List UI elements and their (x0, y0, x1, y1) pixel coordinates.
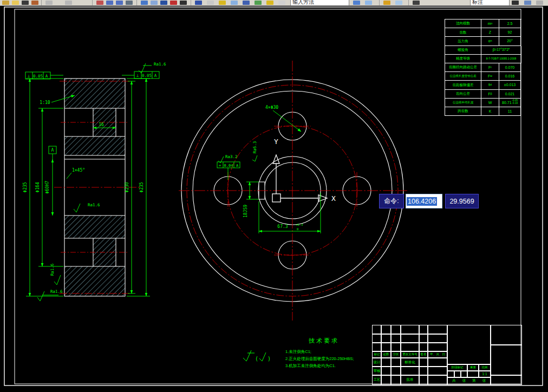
ucs-icon (272, 155, 327, 202)
param-label: 跨齿数 (445, 107, 481, 116)
param-symbol: W (481, 99, 499, 107)
dim-pitch-diameter: Φ230 (125, 182, 129, 192)
dim-keyway-depth-sub: 0 (297, 227, 298, 231)
dim-web-thickness: 16 (99, 122, 104, 127)
param-symbol: Fw (481, 72, 499, 81)
gtol-left-value: 0.05 (33, 74, 43, 79)
table-row: 公法线长度变动公差 Fw 0.016 (445, 72, 521, 81)
front-centerlines (179, 61, 407, 321)
drawing-number-cell (490, 325, 522, 345)
param-symbol: Fβ (481, 90, 499, 99)
drawing-name-cell (447, 325, 491, 365)
datum-a-label: A (51, 148, 54, 153)
param-label: 压力角 (445, 37, 481, 45)
table-row: 公法线平均长度 W 80.71 -0.05-0.19 (445, 99, 521, 107)
param-value: 11 (499, 107, 521, 116)
param-symbol: Z (481, 28, 499, 37)
param-label: 法向模数 (445, 19, 481, 28)
table-row: 螺旋角 β=17°37′2″ (445, 46, 521, 55)
dim-holes: 4×Φ30 (265, 105, 278, 110)
tech-req-item: 3.机加工未注倒角处均为C1. (285, 362, 383, 369)
dim-keyway-depth-sup: +0.3 (296, 223, 303, 226)
dim-keyway-width: 18JS9 (243, 205, 248, 218)
table-row: 压力角 αn 20° (445, 37, 521, 45)
param-value: 20° (499, 37, 521, 45)
param-value: 0.070 (499, 63, 521, 72)
ra-face-label: Ra1.6 (50, 289, 63, 294)
param-value: 80.71 -0.05-0.19 (499, 99, 521, 107)
gear-parameter-table[interactable]: 法向模数 mn 2.5 齿数 Z 92 压力角 αn 20° 螺旋角 β=17°… (445, 19, 521, 116)
param-label: 精度等级 (445, 55, 481, 63)
param-label: 螺旋角 (445, 46, 481, 55)
command-y-value: 29.9569 (445, 194, 479, 208)
dim-bore-diameter: Φ60H7 (45, 181, 50, 194)
param-label: 齿向公差 (445, 90, 481, 99)
gtol-front-datum: A (236, 164, 239, 168)
dim-tip-diameter: Φ235 (23, 182, 28, 192)
dim-keyway-depth: 67.3 (277, 224, 288, 229)
dim-rim-diameter: Φ164 (35, 182, 40, 192)
param-label: 齿距极限偏差 (445, 81, 481, 89)
param-symbol: mn (481, 19, 499, 28)
gtol-front-symbol: = (219, 164, 221, 168)
gtol-left-datum: A (45, 74, 48, 79)
ucs-x-label: X (331, 194, 336, 202)
svg-text:(: ( (255, 356, 258, 362)
param-value: 2.5 (499, 19, 521, 28)
param-symbol: Fr (481, 63, 499, 72)
gtol-front-value: 0.04 (224, 164, 233, 168)
role-approve: 批准 (400, 375, 420, 385)
param-value: 92 (499, 28, 521, 37)
param-value: 0.016 (499, 72, 521, 81)
dim-tip-diameter-right: Φ235 (139, 182, 144, 192)
gtol-right-datum: A (154, 73, 157, 78)
table-row: 齿数 Z 92 (445, 28, 521, 37)
chamfer-label: 1×45° (72, 168, 85, 173)
side-view[interactable]: Φ235 Φ164 Φ60H7 A Φ230 Φ235 16 1:10 1×45… (23, 62, 166, 301)
command-prompt-label: 命令: (379, 194, 404, 208)
ra-bore-label: Ra1.6 (88, 202, 100, 207)
table-row: 跨齿数 K 11 (445, 107, 521, 116)
table-row: 齿距极限偏差 fpt ±0.013 (445, 81, 521, 89)
param-symbol: αn (481, 37, 499, 45)
ra-keyway-side: Ra6.3 (252, 141, 257, 154)
command-x-value: 106.4206 (407, 197, 437, 206)
table-row: 精度等级 8-7-7GB/T 10095.1-2008 (445, 55, 521, 63)
gtol-right-value: 0.05 (142, 73, 152, 78)
tech-req-title: 技术要求 (297, 337, 351, 345)
title-block: 标记 处数 分区 更改文件号 签名 年、月、日 设计 标准化 审核 工艺 批准 … (372, 325, 521, 384)
gtol-left-symbol: ⊥ (28, 74, 30, 79)
command-overlay: 命令: 106.4206 29.9569 (379, 194, 479, 208)
tech-req-item: 2.正火处理后齿面硬度为220-250HBS; (285, 355, 383, 362)
param-label: 公法线平均长度 (445, 99, 481, 107)
rest-mark-parens: (√) () (255, 356, 271, 362)
param-label: 齿数 (445, 28, 481, 37)
param-label: 公法线长度变动公差 (445, 72, 481, 81)
ra-flank-label: Ra1.6 (154, 62, 166, 67)
cad-application-window: { "toolbar": { "style_combo": "输入方法", "d… (0, 0, 548, 392)
tech-req-item: 1.未注倒角C1; (285, 348, 383, 355)
param-value: β=17°37′2″ (481, 46, 521, 55)
param-symbol: K (481, 107, 499, 116)
param-label: 齿圈径向跳动公差 (445, 63, 481, 72)
ra-keyway-bottom: Ra3.2 (225, 154, 238, 159)
table-row: 齿向公差 Fβ 0.021 (445, 90, 521, 99)
param-symbol: fpt (481, 81, 499, 89)
table-row: 法向模数 mn 2.5 (445, 19, 521, 28)
param-value: 8-7-7GB/T 10095.1-2008 (481, 55, 521, 63)
gtol-right-symbol: ⊥ (136, 73, 139, 78)
param-value: 0.021 (499, 90, 521, 99)
param-value: ±0.013 (499, 81, 521, 89)
svg-text:): ) (268, 356, 271, 362)
taper-label: 1:10 (40, 100, 50, 105)
command-coordinate-input[interactable]: 106.4206 (406, 194, 442, 208)
ra-web-label: Ra1.6 (50, 263, 55, 276)
material-cell (490, 344, 522, 376)
tech-req-items: 1.未注倒角C1; 2.正火处理后齿面硬度为220-250HBS; 3.机加工未… (285, 348, 383, 369)
company-cell (490, 375, 522, 385)
front-view[interactable]: Y X 4×Φ30 = 0.04 (179, 61, 407, 321)
sheet-count-row: 共张第张 (447, 377, 491, 385)
ucs-y-label: Y (274, 138, 278, 146)
table-row: 齿圈径向跳动公差 Fr 0.070 (445, 63, 521, 72)
